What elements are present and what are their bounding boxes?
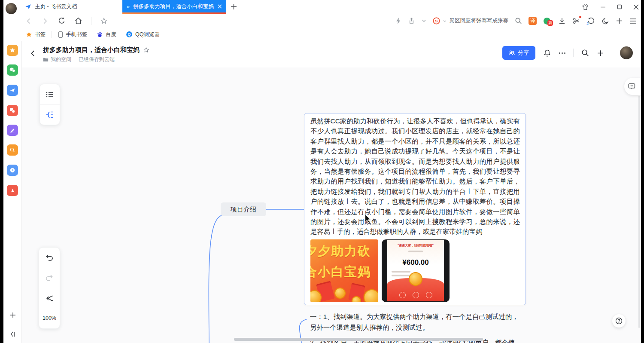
- browser-skin-icon[interactable]: [582, 4, 589, 10]
- sidebar-app-pdf-icon[interactable]: [7, 185, 18, 196]
- mouse-cursor: [365, 214, 372, 223]
- browser-window: 主页 - 飞书云文档 « 拼多多助力项目，适合小白和宝妈: [0, 0, 644, 343]
- doc-search-icon[interactable]: [581, 49, 589, 57]
- mindmap-canvas[interactable]: 100% 项目介绍 虽然拼CC家的助力和砍价行为，让很多人不喜欢，但也得承认，确…: [21, 67, 641, 343]
- help-button[interactable]: [612, 314, 626, 328]
- tab-bar: 主页 - 飞书云文档 « 拼多多助力项目，适合小白和宝妈: [0, 0, 644, 14]
- screenshot-scissors-icon[interactable]: [572, 17, 580, 25]
- question-icon: [615, 317, 623, 325]
- locate-center-button[interactable]: [39, 288, 60, 308]
- folder-icon: [43, 57, 49, 62]
- user-avatar[interactable]: [620, 46, 633, 59]
- doc-space-label: 我的空间: [51, 56, 71, 63]
- address-hot-search[interactable]: S 景区回应将张骞写成张赛: [433, 17, 509, 24]
- zoom-panel: 100%: [39, 247, 60, 329]
- baidu-paw-icon: [97, 31, 103, 38]
- qq-browser-icon: Q: [126, 31, 133, 38]
- sidebar-app-favorites-icon[interactable]: [7, 45, 18, 56]
- download-icon[interactable]: [558, 17, 566, 25]
- home-icon[interactable]: [74, 17, 82, 25]
- phone-amount: ¥600.00: [387, 258, 444, 267]
- doc-star-icon[interactable]: [143, 47, 149, 53]
- browser-profile-avatar[interactable]: [6, 3, 17, 14]
- promo-line1: 夕夕助力砍: [310, 243, 371, 260]
- history-badge: 2: [586, 21, 589, 26]
- zoom-level[interactable]: 100%: [39, 308, 60, 328]
- collapse-sidebar-icon[interactable]: [9, 331, 16, 337]
- more-options-icon[interactable]: [559, 52, 565, 54]
- bookmark-item-qq-browser[interactable]: Q QQ浏览器: [126, 31, 160, 38]
- search-icon[interactable]: [515, 17, 522, 24]
- close-window-icon[interactable]: [633, 4, 639, 10]
- history-undo-icon[interactable]: 2: [587, 17, 595, 25]
- back-icon[interactable]: [25, 17, 33, 25]
- add-icon[interactable]: [616, 17, 623, 24]
- sidebar-add-button[interactable]: [9, 312, 16, 318]
- mindmap-node-channel[interactable]: 一：1、找到渠道。为大家提供两个助力渠道，有一个是自己测试过的，另外一个渠道是别…: [310, 311, 521, 333]
- tab-home[interactable]: 主页 - 飞书云文档: [21, 0, 120, 13]
- menu-hamburger-icon[interactable]: [629, 18, 637, 24]
- doc-back-icon[interactable]: [29, 49, 37, 57]
- new-tab-button[interactable]: [230, 3, 237, 10]
- notifications-bell-icon[interactable]: [543, 49, 551, 57]
- tab-close-icon[interactable]: [218, 4, 222, 9]
- share-label: 分享: [518, 49, 529, 57]
- bookmark-label: 手机书签: [66, 31, 87, 38]
- mindmap-node-intro[interactable]: 项目介绍: [221, 202, 266, 216]
- mindmap-view-button[interactable]: [40, 105, 60, 125]
- hot-search-text: 景区回应将张骞写成张赛: [450, 17, 509, 24]
- feishu-favicon-icon: [25, 3, 31, 10]
- view-switcher-panel: [39, 84, 60, 125]
- bookmark-page-icon[interactable]: [100, 17, 108, 25]
- content-paragraph: 虽然拼CC家的助力和砍价行为，让很多人不喜欢，但也得承认，确实有不少人也真正提现…: [310, 116, 520, 237]
- promo-image[interactable]: 夕夕助力砍 合小白宝妈: [310, 239, 378, 302]
- phone-quote: “谢谢大家，我成功提现啦”: [387, 243, 444, 248]
- sidebar-app-notes-icon[interactable]: [7, 125, 18, 136]
- minimize-icon[interactable]: [600, 4, 606, 10]
- doc-header: 拼多多助力项目，适合小白和宝妈 我的空间 已经保存到云端 分享: [21, 41, 644, 67]
- mindmap-node-content[interactable]: 虽然拼CC家的助力和砍价行为，让很多人不喜欢，但也得承认，确实有不少人也真正提现…: [304, 113, 526, 305]
- bookmark-item-baidu[interactable]: 百度: [97, 31, 116, 38]
- forward-icon[interactable]: [41, 17, 49, 25]
- sidebar-app-history-icon[interactable]: [7, 165, 18, 176]
- save-status: 已经保存到云端: [79, 56, 115, 63]
- lightning-icon[interactable]: [395, 17, 401, 24]
- redo-button[interactable]: [39, 268, 60, 288]
- sidebar-app-translate-icon[interactable]: [7, 105, 18, 116]
- translate-icon[interactable]: 译: [529, 17, 537, 25]
- comment-panel-tab[interactable]: [624, 78, 641, 95]
- screen-left-edge: [0, 0, 3, 343]
- share-page-icon[interactable]: [408, 17, 415, 24]
- doc-add-icon[interactable]: [597, 49, 604, 57]
- bookmark-item-mobile[interactable]: 手机书签: [58, 31, 87, 38]
- sidebar-app-search-icon[interactable]: [7, 144, 18, 156]
- dark-mode-moon-icon[interactable]: [601, 17, 609, 25]
- sidebar-app-feishu-icon[interactable]: [7, 85, 18, 96]
- horizontal-scrollbar[interactable]: [234, 338, 483, 341]
- new-badge: 新: [547, 20, 553, 26]
- reload-icon[interactable]: [58, 17, 66, 25]
- share-button[interactable]: 分享: [502, 46, 535, 60]
- maximize-icon[interactable]: [617, 4, 622, 9]
- doc-space-breadcrumb[interactable]: 我的空间: [43, 56, 71, 63]
- vertical-scrollbar[interactable]: [638, 96, 640, 328]
- share-people-icon: [508, 50, 515, 56]
- undo-button[interactable]: [39, 248, 60, 268]
- wps-plugin-icon[interactable]: 新: [543, 17, 552, 25]
- star-icon: [26, 31, 32, 38]
- bookmark-item-bookmarks[interactable]: 书签: [26, 31, 46, 38]
- screen-right-edge: [641, 0, 644, 343]
- sidebar-app-wechat-icon[interactable]: [7, 64, 18, 76]
- tab-doc-favicon-icon: «: [127, 3, 130, 10]
- bookmark-label: 百度: [106, 31, 116, 38]
- tab-doc-active[interactable]: « 拼多多助力项目，适合小白和宝妈: [122, 0, 226, 13]
- outline-view-button[interactable]: [40, 84, 60, 105]
- sogou-icon: S: [433, 17, 440, 24]
- chevron-down-icon[interactable]: [422, 18, 426, 23]
- bookmarks-bar: 书签 手机书签 百度 Q QQ浏览器: [0, 28, 644, 41]
- sogou-caret-icon: [443, 19, 447, 23]
- phone-icon: [58, 31, 63, 38]
- promo-line2: 合小白宝妈: [310, 263, 371, 281]
- phone-screenshot-image[interactable]: “谢谢大家，我成功提现啦” ¥600.00: [382, 239, 450, 302]
- svg-text:Q: Q: [128, 32, 131, 37]
